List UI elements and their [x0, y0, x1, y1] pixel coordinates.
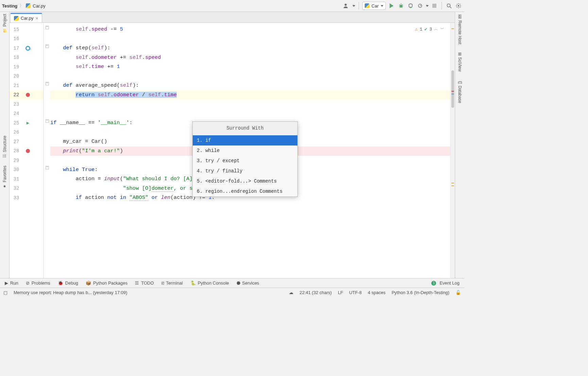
status-position[interactable]: 22:41 (32 chars): [299, 290, 332, 295]
chevron-down-icon: [381, 5, 383, 7]
override-icon[interactable]: [25, 46, 30, 51]
fold-handle-icon[interactable]: [46, 82, 49, 85]
python-file-icon: [14, 16, 19, 21]
popup-item[interactable]: 5. <editor-fold...> Comments: [193, 176, 297, 186]
tool-debug[interactable]: 🐞Debug: [58, 280, 78, 286]
code-editor[interactable]: 15 16 17 18 19 20 21 22 23 24 25▶ 26 27 …: [10, 23, 455, 278]
run-config-selector[interactable]: Car: [362, 2, 386, 10]
tool-event-log[interactable]: 1 Event Log: [431, 280, 460, 286]
lock-icon[interactable]: 🔓: [455, 290, 461, 295]
chevron-down-icon[interactable]: [426, 5, 429, 7]
left-tool-ribbon: 📁Project ☷Structure ★Favorites: [0, 12, 10, 288]
structure-tool-tab[interactable]: ☷Structure: [2, 136, 7, 158]
settings-gear-icon[interactable]: [455, 2, 462, 10]
file-tab[interactable]: Car.py ×: [10, 13, 42, 22]
breakpoint-icon[interactable]: [26, 93, 30, 97]
run-button[interactable]: [388, 2, 395, 10]
scroll-mark-warning[interactable]: [451, 183, 454, 184]
top-toolbar: Testing 〉 Car.py Car: [0, 0, 464, 12]
popup-item[interactable]: 4. try / finally: [193, 166, 297, 176]
prev-highlight-icon[interactable]: ︿: [434, 25, 438, 34]
status-process-icon[interactable]: ☁: [289, 290, 293, 295]
python-file-icon: [26, 3, 31, 8]
popup-title: Surround With: [193, 122, 297, 135]
popup-item[interactable]: 1. if: [193, 135, 297, 146]
project-tool-tab[interactable]: 📁Project: [2, 14, 7, 32]
code-area[interactable]: ⚠1 ✔3 ︿ ﹀ self.speed -= 5 def step(self)…: [50, 23, 450, 278]
scroll-mark-caret[interactable]: [451, 93, 454, 95]
next-highlight-icon[interactable]: ﹀: [440, 25, 444, 34]
svg-rect-3: [432, 4, 436, 8]
status-eol[interactable]: LF: [338, 290, 343, 295]
run-config-label: Car: [371, 3, 379, 8]
tool-python-console[interactable]: 🐍Python Console: [190, 280, 229, 286]
surround-with-popup: Surround With 1. if 2. while 3. try / ex…: [192, 121, 298, 197]
fold-handle-icon[interactable]: [46, 45, 49, 48]
run-gutter-icon[interactable]: ▶: [27, 120, 29, 126]
popup-item[interactable]: 6. region...endregion Comments: [193, 186, 297, 196]
add-user-icon[interactable]: [343, 2, 350, 10]
popup-item[interactable]: 3. try / except: [193, 156, 297, 166]
gutter[interactable]: 15 16 17 18 19 20 21 22 23 24 25▶ 26 27 …: [10, 23, 44, 278]
svg-point-4: [447, 4, 450, 7]
event-log-badge: 1: [431, 281, 436, 286]
breadcrumb-sep: 〉: [19, 3, 24, 9]
breadcrumb-project[interactable]: Testing: [2, 3, 17, 8]
fold-handle-icon[interactable]: [46, 26, 49, 29]
coverage-button[interactable]: [407, 2, 414, 10]
editor-tabstrip: Car.py ×: [0, 12, 464, 23]
svg-point-0: [345, 4, 347, 6]
breakpoint-icon[interactable]: [26, 149, 30, 153]
tool-todo[interactable]: ☰TODO: [135, 280, 154, 286]
profile-button[interactable]: [416, 2, 424, 10]
fold-column[interactable]: [44, 23, 50, 278]
dropdown-icon[interactable]: [352, 5, 355, 7]
status-message[interactable]: Memory use report: Heap dump has b... (y…: [14, 290, 127, 295]
sciview-tab[interactable]: ⊞SciView: [457, 52, 462, 71]
database-tab[interactable]: 🗃Database: [457, 80, 462, 103]
file-tab-label: Car.py: [21, 16, 34, 21]
warning-badge-icon: ⚠: [415, 25, 418, 34]
status-indent[interactable]: 4 spaces: [368, 290, 385, 295]
stop-button: [431, 2, 438, 10]
fold-handle-icon[interactable]: [46, 119, 49, 123]
ok-badge-icon: ✔: [425, 25, 427, 34]
search-icon[interactable]: [445, 2, 453, 10]
close-tab-icon[interactable]: ×: [36, 16, 38, 21]
scroll-mark-warning[interactable]: [451, 185, 454, 186]
status-tool-window-icon[interactable]: ▢: [3, 290, 7, 295]
popup-item[interactable]: 2. while: [193, 146, 297, 156]
scroll-thumb[interactable]: [451, 70, 454, 108]
scroll-mark-error[interactable]: [451, 91, 454, 92]
tool-problems[interactable]: ⊘Problems: [26, 280, 50, 286]
status-encoding[interactable]: UTF-8: [349, 290, 362, 295]
tool-terminal[interactable]: ⎚Terminal: [161, 280, 183, 286]
tool-python-packages[interactable]: 📦Python Packages: [86, 280, 127, 286]
fold-handle-icon[interactable]: [46, 166, 49, 169]
tool-run[interactable]: ▶Run: [5, 280, 18, 286]
breadcrumb: Testing 〉 Car.py: [2, 3, 46, 9]
scroll-mark-warning[interactable]: [451, 28, 454, 29]
tool-services[interactable]: ⬣Services: [237, 280, 259, 286]
editor-scrollbar[interactable]: [450, 23, 455, 278]
remote-host-tab[interactable]: 🗄Remote Host: [457, 15, 462, 44]
right-tool-ribbon: 🗄Remote Host ⊞SciView 🗃Database: [455, 12, 464, 288]
status-interpreter[interactable]: Python 3.6 (In-Depth-Testing): [392, 290, 449, 295]
python-file-icon: [365, 3, 369, 8]
favorites-tool-tab[interactable]: ★Favorites: [2, 166, 7, 188]
status-bar: ▢ Memory use report: Heap dump has b... …: [0, 288, 464, 297]
debug-button[interactable]: [397, 2, 405, 10]
breadcrumb-file[interactable]: Car.py: [33, 3, 46, 8]
inspection-summary[interactable]: ⚠1 ✔3 ︿ ﹀: [415, 25, 445, 34]
svg-point-5: [458, 5, 459, 6]
tool-window-bar: ▶Run ⊘Problems 🐞Debug 📦Python Packages ☰…: [0, 278, 464, 288]
